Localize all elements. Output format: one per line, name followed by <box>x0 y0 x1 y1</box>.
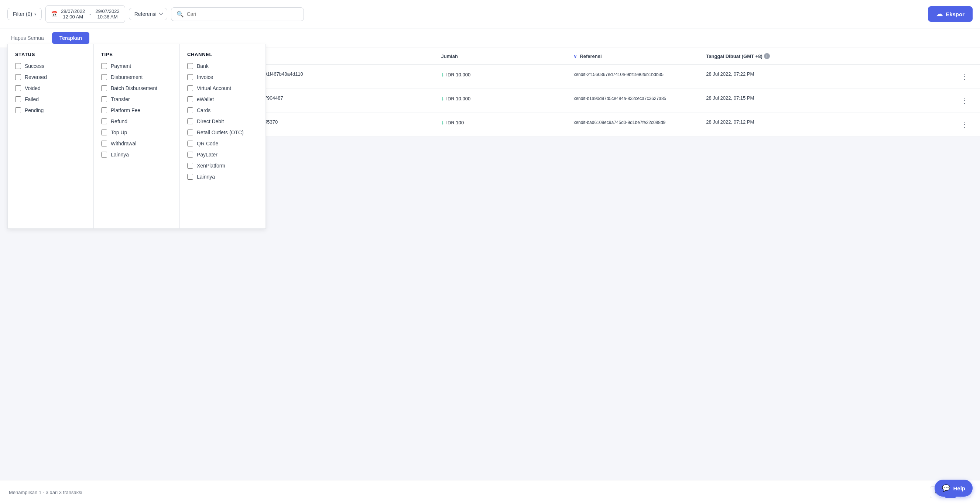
reference-select-wrapper: Referensi <box>129 8 167 20</box>
tipe-platform-fee-label: Platform Fee <box>111 107 140 113</box>
status-voided-checkbox[interactable] <box>15 85 21 91</box>
clear-all-button[interactable]: Hapus Semua <box>7 33 48 43</box>
filter-option-invoice[interactable]: Invoice <box>187 74 258 80</box>
down-arrow-icon: ↓ <box>441 119 444 126</box>
filter-option-cards[interactable]: Cards <box>187 107 258 113</box>
row2-amount-value: IDR 10.000 <box>446 96 471 101</box>
filter-option-ewallet[interactable]: eWallet <box>187 96 258 102</box>
tipe-disbursement-label: Disbursement <box>111 74 143 80</box>
row3-actions: ⋮ <box>883 119 971 130</box>
filter-option-reversed[interactable]: Reversed <box>15 74 86 80</box>
channel-paylater-label: PayLater <box>197 152 218 157</box>
filter-option-lainnya-channel[interactable]: Lainnya <box>187 174 258 180</box>
filter-col-channel: CHANNEL Bank Invoice Virtual Account eWa… <box>180 44 266 228</box>
row2-date: 28 Jul 2022, 07:15 PM <box>706 95 883 101</box>
tipe-transfer-checkbox[interactable] <box>101 96 107 102</box>
filter-option-disbursement[interactable]: Disbursement <box>101 74 172 80</box>
tipe-disbursement-checkbox[interactable] <box>101 74 107 80</box>
filter-option-paylater[interactable]: PayLater <box>187 152 258 157</box>
channel-bank-checkbox[interactable] <box>187 63 193 69</box>
row2-more-options-button[interactable]: ⋮ <box>958 95 971 106</box>
filter-option-lainnya-tipe[interactable]: Lainnya <box>101 152 172 157</box>
filter-option-pending[interactable]: Pending <box>15 107 86 113</box>
row1-partial-id: 91f467b48a4d110 <box>264 71 441 77</box>
tipe-transfer-label: Transfer <box>111 96 130 102</box>
channel-cards-checkbox[interactable] <box>187 107 193 113</box>
filter-option-xenplatform[interactable]: XenPlatform <box>187 163 258 169</box>
tipe-batch-disbursement-label: Batch Disbursement <box>111 85 157 91</box>
status-success-label: Success <box>25 63 44 69</box>
table-row: 91f467b48a4d110 ↓ IDR 10.000 xendit-2f15… <box>258 65 980 89</box>
tipe-withdrawal-label: Withdrawal <box>111 141 136 146</box>
filter-option-payment[interactable]: Payment <box>101 63 172 69</box>
filter-option-withdrawal[interactable]: Withdrawal <box>101 141 172 146</box>
status-title: STATUS <box>15 52 86 57</box>
filter-label: Filter (0) <box>13 11 32 17</box>
calendar-icon: 📅 <box>51 11 58 17</box>
channel-retail-outlets-checkbox[interactable] <box>187 130 193 135</box>
channel-retail-outlets-label: Retail Outlets (OTC) <box>197 130 244 135</box>
channel-xenplatform-label: XenPlatform <box>197 163 225 169</box>
tipe-withdrawal-checkbox[interactable] <box>101 141 107 146</box>
channel-direct-debit-label: Direct Debit <box>197 119 224 124</box>
filter-option-direct-debit[interactable]: Direct Debit <box>187 119 258 124</box>
chevron-down-icon: ▾ <box>34 12 36 16</box>
down-arrow-icon: ↓ <box>441 71 444 78</box>
export-button[interactable]: ☁ Ekspor <box>928 6 973 22</box>
status-pending-checkbox[interactable] <box>15 107 21 113</box>
filter-option-bank[interactable]: Bank <box>187 63 258 69</box>
filter-option-refund[interactable]: Refund <box>101 119 172 124</box>
row3-more-options-button[interactable]: ⋮ <box>958 119 971 130</box>
help-button[interactable]: 💬 Help <box>935 480 973 497</box>
filter-button[interactable]: Filter (0) ▾ <box>7 8 42 20</box>
status-success-checkbox[interactable] <box>15 63 21 69</box>
filter-option-platform-fee[interactable]: Platform Fee <box>101 107 172 113</box>
tipe-lainnya-checkbox[interactable] <box>101 152 107 157</box>
channel-virtual-account-checkbox[interactable] <box>187 85 193 91</box>
filter-panel: STATUS Success Reversed Voided Failed Pe… <box>7 44 266 229</box>
filter-option-batch-disbursement[interactable]: Batch Disbursement <box>101 85 172 91</box>
reference-select[interactable]: Referensi <box>129 8 167 20</box>
search-input[interactable] <box>187 11 298 17</box>
sort-icon: ∨ <box>573 54 577 59</box>
channel-direct-debit-checkbox[interactable] <box>187 119 193 124</box>
info-icon[interactable]: i <box>764 53 770 59</box>
col-header-tanggal: Tanggal Dibuat (GMT +8) i <box>706 53 883 59</box>
filter-option-virtual-account[interactable]: Virtual Account <box>187 85 258 91</box>
channel-xenplatform-checkbox[interactable] <box>187 163 193 169</box>
row1-more-options-button[interactable]: ⋮ <box>958 71 971 82</box>
filter-option-topup[interactable]: Top Up <box>101 130 172 135</box>
tipe-platform-fee-checkbox[interactable] <box>101 107 107 113</box>
filter-option-success[interactable]: Success <box>15 63 86 69</box>
tipe-payment-checkbox[interactable] <box>101 63 107 69</box>
filter-option-retail-outlets[interactable]: Retail Outlets (OTC) <box>187 130 258 135</box>
channel-paylater-checkbox[interactable] <box>187 152 193 157</box>
tipe-refund-label: Refund <box>111 119 127 124</box>
channel-qr-code-checkbox[interactable] <box>187 141 193 146</box>
status-reversed-checkbox[interactable] <box>15 74 21 80</box>
down-arrow-icon: ↓ <box>441 95 444 102</box>
apply-button[interactable]: Terapkan <box>52 32 89 44</box>
help-label: Help <box>953 485 965 491</box>
channel-ewallet-checkbox[interactable] <box>187 96 193 102</box>
channel-lainnya-label: Lainnya <box>197 174 215 180</box>
filter-option-qr-code[interactable]: QR Code <box>187 141 258 146</box>
tipe-refund-checkbox[interactable] <box>101 119 107 124</box>
filter-option-transfer[interactable]: Transfer <box>101 96 172 102</box>
status-failed-checkbox[interactable] <box>15 96 21 102</box>
channel-lainnya-checkbox[interactable] <box>187 174 193 180</box>
tipe-topup-label: Top Up <box>111 130 127 135</box>
upload-cloud-icon: ☁ <box>936 10 943 18</box>
channel-invoice-checkbox[interactable] <box>187 74 193 80</box>
chat-icon: 💬 <box>942 484 950 492</box>
filter-option-failed[interactable]: Failed <box>15 96 86 102</box>
table-row: 55370 ↓ IDR 100 xendit-bad6109ec9a745d0-… <box>258 113 980 136</box>
filter-option-voided[interactable]: Voided <box>15 85 86 91</box>
date-range-button[interactable]: 📅 28/07/2022 12:00 AM - 29/07/2022 10:36… <box>45 5 125 23</box>
date-end: 29/07/2022 10:36 AM <box>95 8 119 19</box>
status-voided-label: Voided <box>25 85 41 91</box>
table-header: Jumlah ∨ Referensi Tanggal Dibuat (GMT +… <box>258 48 980 65</box>
tipe-topup-checkbox[interactable] <box>101 130 107 135</box>
col-header-referensi[interactable]: ∨ Referensi <box>573 53 706 59</box>
tipe-batch-disbursement-checkbox[interactable] <box>101 85 107 91</box>
